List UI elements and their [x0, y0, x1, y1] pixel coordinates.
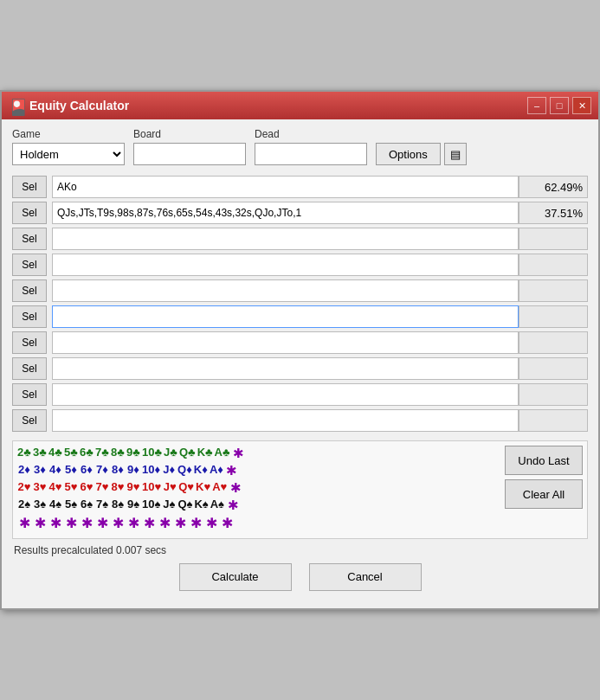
card-clubs_green-7[interactable]: 9♣	[126, 446, 140, 461]
card-diamonds_blue-7[interactable]: 9♦	[126, 463, 140, 478]
sel-button-7[interactable]: Sel	[12, 357, 47, 380]
card-diamonds_blue-0[interactable]: 2♦	[17, 463, 31, 478]
card-star-8[interactable]: ✱	[142, 515, 156, 531]
clear-all-button[interactable]: Clear All	[505, 479, 583, 509]
card-star-2[interactable]: ✱	[48, 515, 62, 531]
card-star-1[interactable]: ✱	[225, 463, 239, 478]
card-diamonds_blue-1[interactable]: 3♦	[33, 463, 47, 478]
card-diamonds_blue-10[interactable]: Q♦	[177, 463, 192, 478]
card-spades_black-1[interactable]: 3♠	[33, 498, 47, 513]
dead-input[interactable]	[255, 143, 367, 165]
card-hearts_red-7[interactable]: 9♥	[126, 480, 140, 496]
card-clubs_green-0[interactable]: 2♣	[17, 446, 31, 461]
hand-input-3[interactable]	[52, 254, 519, 276]
card-spades_black-4[interactable]: 6♠	[80, 498, 94, 513]
card-hearts_red-6[interactable]: 8♥	[111, 480, 125, 496]
sel-button-4[interactable]: Sel	[12, 279, 47, 302]
board-input[interactable]	[133, 143, 246, 165]
sel-button-3[interactable]: Sel	[12, 254, 47, 276]
card-diamonds_blue-2[interactable]: 4♦	[48, 463, 62, 478]
card-spades_black-12[interactable]: A♠	[210, 498, 224, 513]
hand-input-5[interactable]	[52, 305, 519, 328]
sel-button-8[interactable]: Sel	[12, 383, 47, 406]
card-diamonds_blue-3[interactable]: 5♦	[64, 463, 78, 478]
card-clubs_green-5[interactable]: 7♣	[95, 446, 109, 461]
card-spades_black-11[interactable]: K♠	[194, 498, 208, 513]
card-hearts_red-4[interactable]: 6♥	[80, 480, 94, 496]
card-diamonds_blue-12[interactable]: A♦	[210, 463, 223, 478]
hand-input-0[interactable]	[52, 176, 519, 198]
hand-input-9[interactable]	[52, 409, 519, 432]
card-star-11[interactable]: ✱	[189, 515, 203, 531]
sel-button-6[interactable]: Sel	[12, 331, 47, 354]
hand-input-2[interactable]	[52, 228, 519, 250]
card-spades_black-3[interactable]: 5♠	[64, 498, 78, 513]
hand-input-4[interactable]	[52, 279, 519, 302]
card-spades_black-6[interactable]: 8♠	[111, 498, 125, 513]
hand-input-7[interactable]	[52, 357, 519, 380]
sel-button-2[interactable]: Sel	[12, 228, 47, 250]
card-spades_black-7[interactable]: 9♠	[126, 498, 140, 513]
sel-button-1[interactable]: Sel	[12, 202, 47, 224]
card-star-2[interactable]: ✱	[229, 480, 242, 496]
card-star-4[interactable]: ✱	[80, 515, 94, 531]
calculate-button[interactable]: Calculate	[179, 563, 292, 591]
hand-input-6[interactable]	[52, 331, 519, 354]
card-hearts_red-8[interactable]: 10♥	[142, 480, 161, 496]
card-hearts_red-0[interactable]: 2♥	[17, 480, 31, 496]
card-star-1[interactable]: ✱	[33, 515, 47, 531]
card-diamonds_blue-11[interactable]: K♦	[194, 463, 208, 478]
card-diamonds_blue-4[interactable]: 6♦	[80, 463, 94, 478]
close-button[interactable]: ✕	[572, 97, 591, 114]
maximize-button[interactable]: □	[550, 97, 569, 114]
card-diamonds_blue-6[interactable]: 8♦	[111, 463, 125, 478]
card-clubs_green-3[interactable]: 5♣	[64, 446, 78, 461]
card-star-12[interactable]: ✱	[204, 515, 218, 531]
hand-input-1[interactable]	[52, 202, 519, 224]
card-star-5[interactable]: ✱	[95, 515, 109, 531]
hand-input-8[interactable]	[52, 383, 519, 406]
card-hearts_red-2[interactable]: 4♥	[48, 480, 62, 496]
card-hearts_red-5[interactable]: 7♥	[95, 480, 109, 496]
card-clubs_green-8[interactable]: 10♣	[142, 446, 162, 461]
card-hearts_red-11[interactable]: K♥	[196, 480, 210, 496]
card-spades_black-0[interactable]: 2♠	[17, 498, 31, 513]
card-clubs_green-12[interactable]: A♣	[215, 446, 230, 461]
card-star-7[interactable]: ✱	[126, 515, 140, 531]
game-select[interactable]: Holdem Omaha Omaha Hi/Lo	[12, 143, 125, 165]
sel-button-0[interactable]: Sel	[12, 176, 47, 198]
card-spades_black-8[interactable]: 10♠	[142, 498, 160, 513]
card-clubs_green-1[interactable]: 3♣	[33, 446, 47, 461]
card-hearts_red-9[interactable]: J♥	[163, 480, 177, 496]
card-star-13[interactable]: ✱	[220, 515, 234, 531]
sel-button-9[interactable]: Sel	[12, 409, 47, 432]
card-star-9[interactable]: ✱	[158, 515, 171, 531]
card-clubs_green-6[interactable]: 8♣	[111, 446, 125, 461]
card-clubs_green-11[interactable]: K♣	[197, 446, 213, 461]
card-spades_black-9[interactable]: J♠	[162, 498, 176, 513]
card-star-10[interactable]: ✱	[173, 515, 187, 531]
card-star-3[interactable]: ✱	[226, 498, 240, 513]
card-clubs_green-10[interactable]: Q♣	[179, 446, 196, 461]
card-hearts_red-3[interactable]: 5♥	[64, 480, 78, 496]
card-star-0[interactable]: ✱	[232, 446, 246, 461]
cancel-button[interactable]: Cancel	[309, 563, 422, 591]
card-star-3[interactable]: ✱	[64, 515, 78, 531]
card-clubs_green-9[interactable]: J♣	[164, 446, 177, 461]
minimize-button[interactable]: –	[527, 97, 546, 114]
sel-button-5[interactable]: Sel	[12, 305, 47, 328]
card-hearts_red-12[interactable]: A♥	[212, 480, 227, 496]
card-diamonds_blue-5[interactable]: 7♦	[95, 463, 109, 478]
card-star-0[interactable]: ✱	[17, 515, 31, 531]
card-hearts_red-10[interactable]: Q♥	[178, 480, 194, 496]
card-star-6[interactable]: ✱	[111, 515, 125, 531]
undo-last-button[interactable]: Undo Last	[505, 446, 583, 475]
card-hearts_red-1[interactable]: 3♥	[33, 480, 47, 496]
card-clubs_green-4[interactable]: 6♣	[80, 446, 94, 461]
card-diamonds_blue-8[interactable]: 10♦	[142, 463, 160, 478]
card-spades_black-10[interactable]: Q♠	[177, 498, 192, 513]
card-spades_black-5[interactable]: 7♠	[95, 498, 109, 513]
options-button[interactable]: Options	[376, 143, 441, 165]
card-clubs_green-2[interactable]: 4♣	[48, 446, 62, 461]
options-small-button[interactable]: ▤	[444, 143, 467, 165]
